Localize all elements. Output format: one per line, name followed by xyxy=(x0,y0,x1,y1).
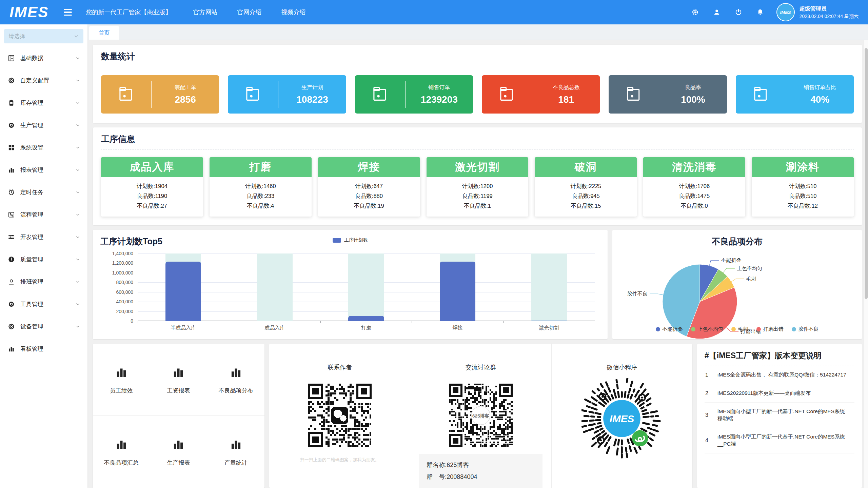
pie-legend-item-4[interactable]: 胶件不良 xyxy=(792,326,819,332)
svg-text:胶件不良: 胶件不良 xyxy=(627,291,648,297)
sidebar-item-label: 质量管理 xyxy=(20,256,43,263)
group-qr-code: 625博客 xyxy=(449,384,513,447)
module-select[interactable]: 请选择 xyxy=(4,29,83,43)
svg-text:毛刺: 毛刺 xyxy=(746,276,756,282)
sidebar-item-9[interactable]: 质量管理 xyxy=(0,248,87,270)
process-stats: 计划数:1460良品数:233不良品数:4 xyxy=(210,177,312,217)
bell-icon[interactable] xyxy=(756,8,764,16)
clock-icon xyxy=(7,188,15,196)
legend-dot xyxy=(756,327,761,331)
power-icon[interactable] xyxy=(734,8,743,16)
bar-焊接 xyxy=(440,262,475,321)
sidebar-item-label: 排班管理 xyxy=(20,278,43,286)
tab-home[interactable]: 首页 xyxy=(89,26,119,40)
chevron-down-icon xyxy=(74,34,79,39)
process-section: 工序信息 成品入库计划数:1904良品数:1190不良品数:27打磨计划数:14… xyxy=(93,127,862,225)
svg-text:IMES: IMES xyxy=(610,413,634,424)
process-name: 破洞 xyxy=(535,157,637,177)
svg-text:上色不均匀: 上色不均匀 xyxy=(737,265,762,271)
legend-label: 工序计划数 xyxy=(344,237,368,243)
chevron-down-icon xyxy=(76,123,80,127)
stat-tile-4: 良品率100% xyxy=(609,75,727,114)
qr-panel-2: 微信小程序IMES xyxy=(552,344,692,488)
nav-link-0[interactable]: 官方网站 xyxy=(193,8,218,16)
gear-ring-icon xyxy=(7,77,15,84)
report-shortcut-0[interactable]: 员工绩效 xyxy=(93,344,150,416)
app-logo[interactable]: IMES xyxy=(9,4,49,21)
stat-value: 1239203 xyxy=(406,94,473,105)
pie-legend-item-1[interactable]: 上色不均匀 xyxy=(691,326,723,332)
process-stats: 计划数:647良品数:880不良品数:19 xyxy=(318,177,420,217)
sidebar-item-3[interactable]: 生产管理 xyxy=(0,114,87,136)
sidebar-item-11[interactable]: 工具管理 xyxy=(0,293,87,315)
pie-legend-item-0[interactable]: 不能折叠 xyxy=(656,326,683,332)
x-axis-label: 打磨 xyxy=(320,325,412,331)
nav-link-1[interactable]: 官网介绍 xyxy=(237,8,262,16)
sidebar-item-4[interactable]: 系统设置 xyxy=(0,136,87,159)
charts-row: 工序计划数Top5 工序计划数 0200,000400,000600,00080… xyxy=(93,230,862,339)
sidebar-item-7[interactable]: 流程管理 xyxy=(0,203,87,226)
chevron-down-icon xyxy=(76,56,80,60)
bar-chart-icon xyxy=(171,437,186,453)
sidebar-item-2[interactable]: 库存管理 xyxy=(0,92,87,114)
bars-icon xyxy=(7,345,15,353)
report-shortcut-2[interactable]: 不良品项分布 xyxy=(207,344,264,416)
report-shortcut-1[interactable]: 工资报表 xyxy=(150,344,208,416)
gear-icon xyxy=(7,300,15,308)
chevron-down-icon xyxy=(76,324,80,329)
bottom-row: 员工绩效工资报表不良品项分布不良品项汇总生产报表产量统计 联系作者扫一扫上面的二… xyxy=(93,344,862,488)
sidebar-item-label: 流程管理 xyxy=(20,211,43,219)
y-axis-label: 0 xyxy=(98,318,133,324)
sidebar-item-label: 自定义配置 xyxy=(20,77,49,84)
pie-legend-item-3[interactable]: 打磨出错 xyxy=(756,326,784,332)
grid-icon xyxy=(7,144,15,151)
vertical-scrollbar[interactable] xyxy=(864,40,868,488)
sidebar-item-0[interactable]: 基础数据 xyxy=(0,47,87,69)
pie-chart-legend: 不能折叠上色不均匀毛刺打磨出错胶件不良 xyxy=(612,326,862,332)
process-name: 激光切割 xyxy=(427,157,529,177)
nav-link-2[interactable]: 视频介绍 xyxy=(281,8,306,16)
sidebar-item-12[interactable]: 设备管理 xyxy=(0,315,87,338)
gear-icon xyxy=(7,121,15,129)
bar-background-band xyxy=(348,253,384,321)
process-stats: 计划数:2225良品数:945不良品数:15 xyxy=(535,177,637,217)
report-shortcut-5[interactable]: 产量统计 xyxy=(207,416,264,488)
process-name: 焊接 xyxy=(318,157,420,177)
folder-icon xyxy=(101,85,151,104)
legend-dot xyxy=(731,327,736,331)
avatar[interactable]: IMES xyxy=(776,3,795,21)
report-label: 员工绩效 xyxy=(110,387,133,394)
user-role: 超级管理员 xyxy=(800,5,859,13)
report-shortcut-4[interactable]: 生产报表 xyxy=(150,416,208,488)
report-shortcut-3[interactable]: 不良品项汇总 xyxy=(93,416,150,488)
sidebar-item-8[interactable]: 开发管理 xyxy=(0,226,87,248)
report-label: 产量统计 xyxy=(224,459,248,467)
select-placeholder: 请选择 xyxy=(9,33,25,40)
process-tile-4: 破洞计划数:2225良品数:945不良品数:15 xyxy=(535,157,637,217)
sidebar-item-10[interactable]: 排班管理 xyxy=(0,270,87,293)
user-icon[interactable] xyxy=(713,8,721,16)
flow-icon xyxy=(7,211,15,219)
legend-label: 上色不均匀 xyxy=(698,326,723,332)
x-axis-label: 焊接 xyxy=(412,325,504,331)
scrollbar-thumb[interactable] xyxy=(865,48,868,299)
chevron-down-icon xyxy=(76,190,80,195)
bar-chart-legend[interactable]: 工序计划数 xyxy=(333,237,368,243)
sidebar-item-label: 开发管理 xyxy=(20,233,43,241)
sidebar-item-6[interactable]: 定时任务 xyxy=(0,181,87,203)
menu-toggle-icon[interactable] xyxy=(64,9,72,16)
sidebar-item-1[interactable]: 自定义配置 xyxy=(0,69,87,92)
qr-panel-1: 交流讨论群625博客群名称:625博客群 号:200884004 xyxy=(410,344,551,488)
process-tile-1: 打磨计划数:1460良品数:233不良品数:4 xyxy=(210,157,312,217)
pie-legend-item-2[interactable]: 毛刺 xyxy=(731,326,748,332)
sidebar-item-13[interactable]: 看板管理 xyxy=(0,338,87,360)
pie-chart-plot: 不能折叠上色不均匀毛刺打磨出错胶件不良 xyxy=(612,247,862,350)
gear-icon[interactable] xyxy=(691,8,699,16)
sidebar-item-5[interactable]: 报表管理 xyxy=(0,159,87,181)
report-label: 不良品项汇总 xyxy=(104,459,139,467)
chevron-down-icon xyxy=(76,168,80,172)
chevron-down-icon xyxy=(76,101,80,105)
sidebar-item-label: 定时任务 xyxy=(20,188,43,196)
qr-panel-title: 交流讨论群 xyxy=(466,363,496,371)
tab-bar: 首页 xyxy=(87,24,868,40)
